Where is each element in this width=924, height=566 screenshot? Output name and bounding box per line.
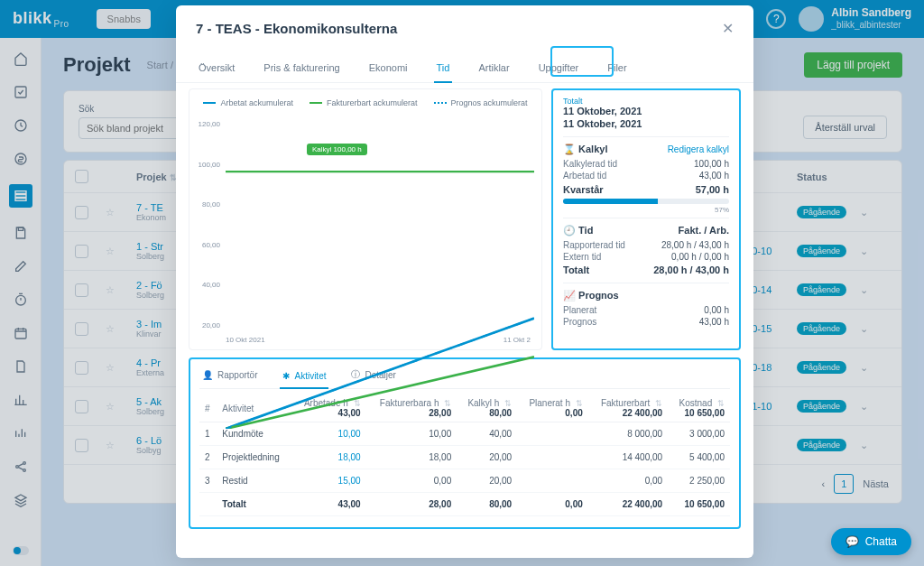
tab--versikt[interactable]: Översikt bbox=[196, 55, 237, 82]
progress-bar bbox=[563, 199, 729, 204]
chat-icon: 💬 bbox=[845, 535, 859, 548]
act-col[interactable]: Fakturerbart ⇅22 400,00 bbox=[588, 394, 668, 422]
chart-card: Arbetat ackumulerat Fakturerbart ackumul… bbox=[189, 88, 542, 350]
trend-icon: 📈 bbox=[563, 290, 576, 302]
close-icon[interactable]: ✕ bbox=[722, 20, 734, 37]
act-col[interactable]: # bbox=[199, 394, 217, 422]
tab-filer[interactable]: Filer bbox=[605, 55, 629, 82]
project-modal: 7 - TEAS - Ekonomikonsulterna ✕ Översikt… bbox=[176, 5, 753, 558]
edit-kalkyl-link[interactable]: Redigera kalkyl bbox=[668, 144, 729, 154]
chart-legend: Arbetat ackumulerat Fakturerbart ackumul… bbox=[191, 98, 540, 107]
tab-ekonomi[interactable]: Ekonomi bbox=[366, 55, 411, 82]
svg-line-14 bbox=[226, 357, 534, 429]
tab-pris-fakturering[interactable]: Pris & fakturering bbox=[261, 55, 342, 82]
tab-uppgifter[interactable]: Uppgifter bbox=[536, 55, 582, 82]
activity-row[interactable]: 2Projektledning18,0018,0020,0014 400,005… bbox=[199, 446, 730, 469]
act-col[interactable]: Kostnad ⇅10 650,00 bbox=[668, 394, 730, 422]
totalt-link[interactable]: Totalt bbox=[563, 97, 729, 106]
chat-button[interactable]: 💬Chatta bbox=[831, 528, 911, 555]
modal-title: 7 - TEAS - Ekonomikonsulterna bbox=[196, 21, 397, 36]
tab-artiklar[interactable]: Artiklar bbox=[476, 55, 512, 82]
chart-annotation: Kalkyl 100,00 h bbox=[307, 144, 367, 155]
modal-tabs: ÖversiktPris & faktureringEkonomiTidArti… bbox=[176, 55, 753, 83]
rapportör-icon: 👤 bbox=[202, 370, 213, 380]
activity-total-row: Totalt43,0028,0080,000,0022 400,0010 650… bbox=[199, 493, 730, 516]
tab-tid[interactable]: Tid bbox=[434, 55, 453, 82]
summary-card: Totalt 11 Oktober, 202111 Oktober, 2021 … bbox=[551, 88, 741, 350]
chart-plot bbox=[226, 120, 534, 429]
activity-row[interactable]: 3Restid15,000,0020,000,002 250,00 bbox=[199, 469, 730, 493]
clock-small-icon: 🕘 bbox=[563, 225, 576, 237]
hourglass-icon: ⌛ bbox=[563, 144, 576, 155]
